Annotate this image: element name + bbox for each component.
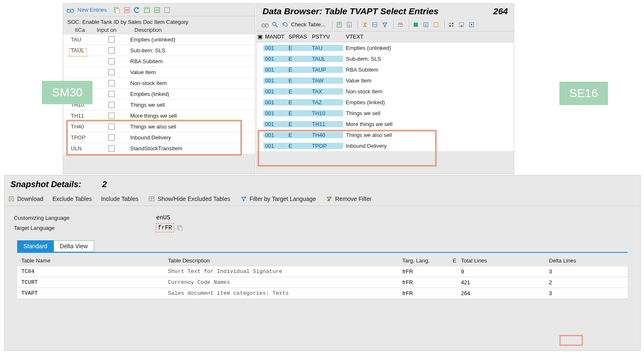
table-row[interactable]: 001ETH40Things we also sell — [257, 129, 514, 140]
svg-point-11 — [262, 24, 265, 27]
checkbox[interactable] — [108, 113, 115, 119]
col-vtext[interactable]: VTEXT — [343, 33, 514, 40]
layout-save-icon[interactable] — [457, 21, 466, 28]
remove-filter-button[interactable]: Remove Filter — [335, 196, 371, 202]
col-e[interactable]: E — [453, 257, 461, 264]
check-table-button[interactable]: Check Table... — [291, 21, 325, 28]
table-icon[interactable] — [147, 195, 156, 203]
row-select-head[interactable]: ▣ — [257, 33, 263, 40]
filter-icon[interactable] — [381, 21, 389, 28]
col-itca: ItCa — [67, 27, 97, 33]
download-button[interactable]: Download — [17, 196, 43, 202]
search-icon[interactable] — [271, 21, 279, 28]
cell-spras: E — [289, 143, 312, 149]
table-row[interactable]: 001ETH11More things we sell — [257, 118, 514, 129]
table-row[interactable]: TPOPInbound Delivery — [63, 132, 255, 143]
se16-grid: ▣ MANDT SPRAS PSTYV VTEXT 001ETAUEmpties… — [257, 31, 514, 151]
checkbox[interactable] — [108, 145, 115, 152]
checkbox[interactable] — [108, 134, 115, 141]
sort-asc-icon[interactable] — [335, 21, 343, 28]
col-targ-lang[interactable]: Targ. Lang. — [402, 257, 453, 264]
select-block-icon[interactable] — [153, 6, 161, 14]
checkbox[interactable] — [108, 47, 115, 54]
table-row[interactable]: ULNStandStockTransItem — [63, 143, 255, 154]
cell-pstyv: TAX — [312, 88, 343, 95]
table-row[interactable]: 001ETAULSub-item: SLS — [257, 53, 514, 64]
snapshot-panel: Snapshot Details: 2 Download Exclude Tab… — [4, 175, 641, 351]
export-icon[interactable] — [422, 21, 430, 28]
print-icon[interactable] — [396, 21, 404, 28]
tab-separator — [17, 252, 628, 253]
cell-pstyv: TH10 — [312, 110, 343, 116]
checkbox[interactable] — [108, 58, 115, 64]
table-row[interactable]: 001ETAXNon-stock Item — [257, 86, 514, 97]
table-row[interactable]: 001ETAUPRBA Subitem — [257, 64, 514, 75]
tab-standard[interactable]: Standard — [17, 240, 54, 252]
table-row[interactable]: RBA Subitem — [63, 56, 255, 67]
cell-mandt: 001 — [263, 67, 289, 73]
tgt-lang-field[interactable]: frFR — [156, 224, 174, 232]
sum-icon[interactable] — [361, 21, 369, 28]
table-row[interactable]: TC84Short Text for Individual Signaturef… — [17, 266, 628, 277]
subtotal-icon[interactable] — [371, 21, 379, 28]
col-total-lines[interactable]: Total Lines — [461, 257, 549, 264]
refresh-icon[interactable] — [281, 21, 289, 28]
undo-icon[interactable] — [133, 6, 141, 14]
value-help-icon[interactable] — [175, 224, 184, 232]
table-row[interactable]: TAUEmpties (unlinked) — [63, 34, 255, 45]
cell-desc: Non-stock Item — [130, 80, 255, 86]
exclude-tables-button[interactable]: Exclude Tables — [52, 196, 92, 202]
deselect-all-icon[interactable] — [163, 6, 171, 14]
delete-row-icon[interactable] — [123, 6, 131, 14]
include-tables-button[interactable]: Include Tables — [101, 196, 138, 202]
table-row[interactable]: TVAPTSales document item categories: Tex… — [17, 288, 628, 299]
filter-icon[interactable] — [240, 195, 248, 203]
table-row[interactable]: 001ETH10Things we sell — [257, 108, 514, 118]
col-table-desc[interactable]: Table Description — [168, 257, 402, 264]
svg-rect-10 — [165, 8, 170, 13]
table-row[interactable]: TH40Things we also sell — [63, 121, 255, 132]
col-spras[interactable]: SPRAS — [289, 33, 312, 40]
col-table-name[interactable]: Table Name — [17, 257, 168, 264]
grid-layout-icon[interactable] — [447, 21, 456, 28]
checkbox[interactable] — [108, 123, 115, 130]
table-row[interactable]: 001ETAUEmpties (unlinked) — [257, 42, 514, 53]
copy-icon[interactable] — [113, 6, 121, 14]
tab-delta-view[interactable]: Delta View — [54, 240, 94, 252]
table-row[interactable]: 001ETAWValue Item — [257, 75, 514, 86]
checkbox[interactable] — [108, 91, 115, 97]
table-row[interactable]: TAULSub-item: SLS — [63, 45, 255, 56]
download-icon[interactable] — [7, 195, 15, 203]
showhide-button[interactable]: Show/Hide Excluded Tables — [157, 196, 230, 202]
new-entries-button[interactable]: New Entries — [77, 7, 107, 13]
cell-table-name: TVAPT — [17, 290, 168, 296]
table-row[interactable]: TH11More things we sell — [63, 111, 255, 121]
checkbox[interactable] — [108, 36, 115, 43]
table-row[interactable]: 001ETAZEmpties (linked) — [257, 97, 514, 108]
cell-desc: Sub-item: SLS — [130, 47, 255, 54]
col-pstyv[interactable]: PSTYV — [312, 33, 343, 40]
layout-manage-icon[interactable] — [467, 21, 476, 28]
checkbox[interactable] — [108, 102, 115, 108]
svg-rect-27 — [452, 25, 453, 27]
table-row[interactable]: TCURTCurrency Code NamesfrFR4212 — [17, 277, 628, 288]
col-delta-lines[interactable]: Delta Lines — [549, 257, 599, 264]
glasses-icon[interactable] — [261, 21, 269, 28]
filter-by-lang-button[interactable]: Filter by Target Language — [250, 196, 316, 202]
table-row[interactable]: 001ETPOPInbound Delivery — [257, 140, 514, 151]
snapshot-rows: TC84Short Text for Individual Signaturef… — [17, 266, 628, 299]
display-change-icon[interactable] — [67, 7, 74, 13]
col-input: Input on — [97, 27, 134, 33]
layout-change-icon[interactable] — [432, 21, 440, 28]
remove-filter-icon[interactable] — [325, 195, 333, 203]
col-mandt[interactable]: MANDT — [263, 33, 289, 40]
cell-targ-lang: frFR — [402, 290, 453, 296]
table-row[interactable]: Value Item — [63, 67, 255, 78]
checkbox[interactable] — [108, 80, 115, 86]
cell-mandt: 001 — [263, 132, 289, 138]
excel-icon[interactable] — [412, 21, 420, 28]
checkbox[interactable] — [108, 69, 115, 75]
select-all-icon[interactable] — [143, 6, 151, 14]
sort-desc-icon[interactable] — [345, 21, 353, 28]
cell-input — [93, 113, 130, 119]
